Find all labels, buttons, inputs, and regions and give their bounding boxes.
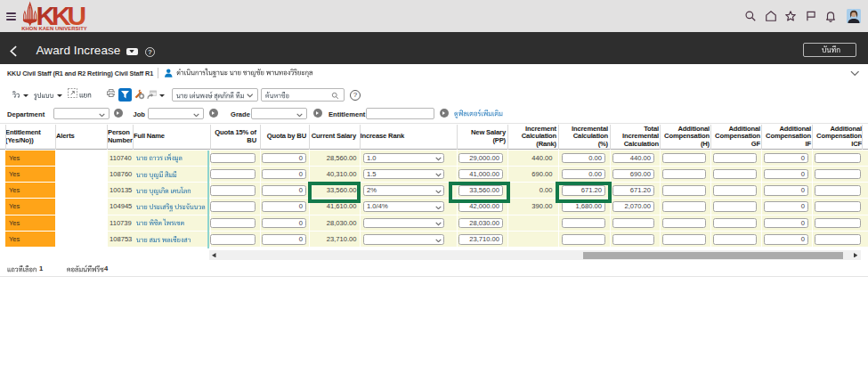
svg-text:KHON KAEN UNIVERSITY: KHON KAEN UNIVERSITY — [21, 26, 87, 31]
